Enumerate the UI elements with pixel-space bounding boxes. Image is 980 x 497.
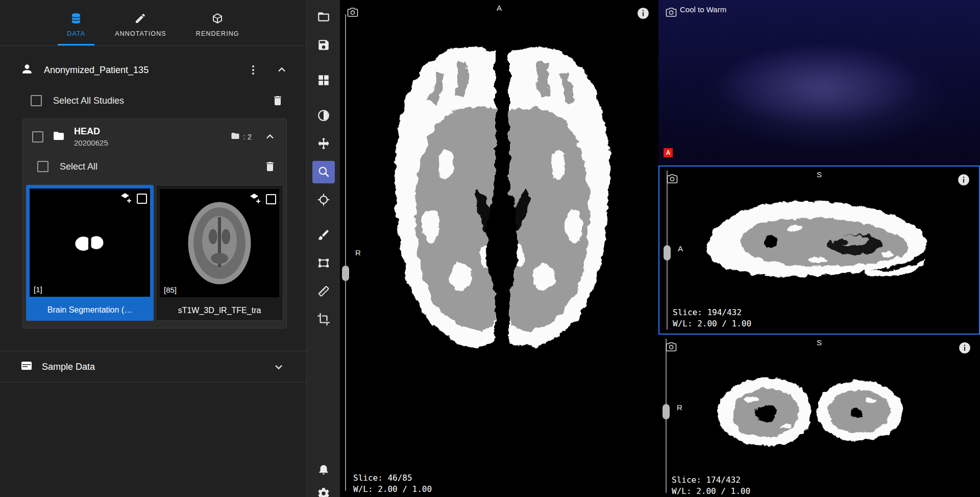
study-checkbox[interactable] — [32, 131, 43, 143]
view-info-button[interactable] — [634, 4, 652, 22]
study-header[interactable]: HEAD 20200625 : 2 — [23, 119, 286, 153]
tab-rendering-label: RENDERING — [196, 30, 239, 37]
orientation-label-right: R — [677, 403, 682, 412]
select-all-studies-row: Select All Studies — [0, 87, 306, 114]
series-frame-count: [1] — [34, 285, 42, 294]
study-date: 20200625 — [74, 138, 222, 147]
folder-open-icon — [317, 10, 330, 25]
orientation-label-right: R — [355, 248, 361, 257]
layers-add-icon[interactable] — [249, 192, 261, 206]
tab-annotations[interactable]: ANNOTATIONS — [103, 4, 179, 45]
layers-add-icon[interactable] — [119, 192, 132, 206]
settings-button[interactable] — [312, 483, 335, 497]
study-title: HEAD 20200625 — [74, 126, 222, 147]
tab-data[interactable]: DATA — [55, 4, 97, 45]
select-all-series-checkbox[interactable] — [37, 161, 48, 172]
ruler-icon — [317, 285, 330, 299]
series-checkbox-t1w[interactable] — [266, 194, 276, 204]
series-tile-t1w[interactable]: [85] sT1W_3D_IR_TFE_tra — [156, 185, 283, 321]
screenshot-camera-button[interactable] — [662, 338, 680, 356]
gear-icon — [317, 487, 330, 497]
series-label-segmentation: Brain Segmentation (… — [26, 300, 154, 320]
tab-annotations-label: ANNOTATIONS — [115, 30, 166, 37]
orientation-label-anterior: A — [678, 244, 683, 253]
delete-studies-button[interactable] — [268, 91, 287, 110]
window-level-tool-button[interactable] — [312, 105, 335, 127]
study-volume-count: : 2 — [231, 131, 252, 142]
sample-data-label: Sample Data — [42, 362, 260, 372]
sample-data-header[interactable]: Sample Data — [0, 351, 306, 383]
axial-view[interactable]: A R — [340, 0, 658, 497]
screenshot-camera-button[interactable] — [344, 3, 362, 21]
slice-indicator: Slice: 46/85 — [353, 473, 412, 483]
patient-accordion-header[interactable]: Anonymized_Patient_135 — [0, 53, 306, 87]
select-all-series-row: Select All — [23, 153, 286, 180]
sample-data-expand-button[interactable] — [270, 358, 288, 376]
select-all-series-label: Select All — [60, 161, 250, 172]
orientation-axis-marker: A — [664, 148, 673, 157]
volume-3d-view[interactable]: Cool to Warm A — [658, 0, 980, 165]
open-files-button[interactable] — [312, 6, 335, 29]
window-level-indicator: W/L: 2.00 / 1.00 — [673, 319, 751, 328]
zoom-tool-button[interactable] — [312, 161, 335, 183]
coronal-view[interactable]: S R — [658, 335, 980, 497]
tool-strip — [306, 0, 340, 497]
tab-data-label: DATA — [67, 30, 85, 37]
sagittal-view[interactable]: S A — [658, 165, 980, 335]
crop-tool-button[interactable] — [312, 309, 335, 331]
database-icon — [70, 12, 82, 26]
layout-grid-icon — [317, 74, 330, 88]
view-info-button[interactable] — [955, 339, 974, 357]
pencil-icon — [134, 12, 146, 26]
axial-slice-slider[interactable] — [345, 14, 346, 491]
paint-tool-button[interactable] — [312, 224, 335, 247]
volume-count-text: : 2 — [243, 132, 252, 141]
series-checkbox-segmentation[interactable] — [137, 194, 147, 204]
patient-collapse-button[interactable] — [273, 61, 291, 79]
series-frame-count: [85] — [164, 286, 177, 294]
rectangle-icon — [317, 256, 330, 271]
table-icon — [20, 360, 33, 374]
screenshot-camera-button[interactable] — [662, 3, 680, 21]
cube-icon — [211, 12, 224, 26]
view-info-button[interactable] — [954, 171, 973, 189]
series-thumbnail-t1w: [85] — [160, 189, 279, 297]
slice-indicator: Slice: 174/432 — [672, 475, 741, 485]
screenshot-camera-button[interactable] — [663, 170, 681, 188]
coronal-slice-slider[interactable] — [666, 339, 667, 493]
study-card: HEAD 20200625 : 2 Select All — [22, 119, 287, 328]
crosshairs-tool-button[interactable] — [312, 189, 335, 211]
rectangle-tool-button[interactable] — [312, 252, 335, 275]
magnifier-icon — [317, 165, 330, 180]
series-label-t1w: sT1W_3D_IR_TFE_tra — [156, 301, 283, 320]
window-level-indicator: W/L: 2.00 / 1.00 — [672, 486, 750, 496]
bell-icon — [317, 462, 330, 477]
orientation-label-superior: S — [817, 338, 822, 347]
pan-tool-button[interactable] — [312, 133, 335, 155]
patient-menu-button[interactable] — [244, 61, 262, 79]
folder-icon — [53, 130, 65, 144]
crosshairs-icon — [317, 193, 330, 208]
left-panel: DATA ANNOTATIONS RENDERING Anonymized_Pa… — [0, 0, 306, 497]
coronal-slice-slider-handle[interactable] — [663, 404, 670, 419]
delete-series-button[interactable] — [261, 157, 279, 176]
save-session-button[interactable] — [312, 34, 335, 57]
axial-slice-slider-handle[interactable] — [342, 266, 349, 281]
sagittal-brain-image — [688, 183, 943, 290]
layouts-button[interactable] — [312, 69, 335, 92]
tab-rendering[interactable]: RENDERING — [184, 4, 252, 45]
series-tile-segmentation[interactable]: [1] Brain Segmentation (… — [26, 185, 154, 321]
select-all-studies-checkbox[interactable] — [31, 95, 42, 106]
contrast-icon — [317, 109, 330, 124]
slice-indicator: Slice: 194/432 — [673, 307, 742, 317]
sagittal-slice-slider-handle[interactable] — [664, 245, 671, 261]
ruler-tool-button[interactable] — [312, 280, 335, 303]
pan-arrows-icon — [317, 137, 330, 152]
person-icon — [20, 62, 34, 78]
volview-app: DATA ANNOTATIONS RENDERING Anonymized_Pa… — [0, 0, 980, 497]
sagittal-slice-slider[interactable] — [667, 171, 668, 329]
notifications-button[interactable] — [312, 458, 335, 481]
study-collapse-button[interactable] — [261, 128, 279, 146]
crop-icon — [317, 313, 330, 327]
folder-count-icon — [231, 131, 240, 142]
